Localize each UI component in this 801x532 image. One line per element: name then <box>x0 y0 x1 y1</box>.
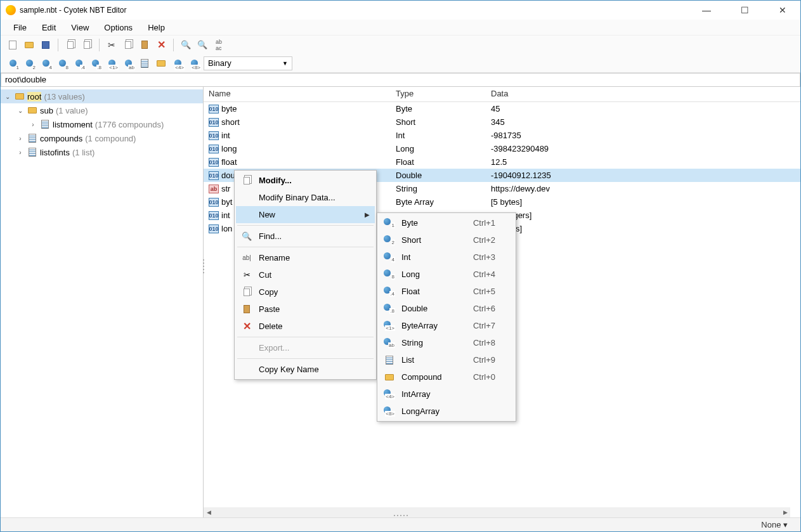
ctx-rename[interactable]: ab| Rename <box>236 249 375 266</box>
list-icon <box>40 120 50 129</box>
scroll-track[interactable] <box>214 507 780 517</box>
collapse-icon[interactable]: ⌄ <box>16 107 25 114</box>
type-string-button[interactable]: ab <box>121 56 135 70</box>
collapse-icon[interactable]: ⌄ <box>3 93 12 100</box>
submenu-item-short[interactable]: 2ShortCtrl+2 <box>379 231 514 249</box>
minimize-button[interactable]: — <box>694 5 719 15</box>
ctx-new[interactable]: New ▶ <box>236 206 375 223</box>
copy-icon <box>84 41 90 49</box>
sphere-icon <box>384 252 391 259</box>
type-int-button[interactable]: 4 <box>39 56 53 70</box>
ctx-copy[interactable]: Copy <box>236 283 375 301</box>
column-data[interactable]: Data <box>486 87 800 101</box>
ctx-modify[interactable]: Modify... <box>236 172 375 189</box>
ctx-find[interactable]: 🔍 Find... <box>236 228 375 245</box>
paste-icon <box>141 41 148 49</box>
cell-name: int <box>221 131 230 140</box>
close-button[interactable]: ✕ <box>770 5 795 15</box>
ctx-copy-key-name[interactable]: Copy Key Name <box>236 361 375 378</box>
menu-file[interactable]: File <box>7 21 33 34</box>
type-bytearray-button[interactable]: <1> <box>105 56 119 70</box>
submenu-item-list[interactable]: ListCtrl+9 <box>379 351 514 368</box>
submenu-item-compound[interactable]: CompoundCtrl+0 <box>379 368 514 386</box>
cut-button[interactable]: ✂ <box>105 38 119 52</box>
submenu-item-bytearray[interactable]: <1>ByteArrayCtrl+7 <box>379 317 514 334</box>
paste-button[interactable] <box>138 38 152 52</box>
tree-row-listofints[interactable]: › listofints (1 list) <box>1 145 203 159</box>
copy-button-2[interactable] <box>80 38 94 52</box>
ctx-cut[interactable]: ✂ Cut <box>236 266 375 283</box>
column-type[interactable]: Type <box>391 87 486 101</box>
submenu-item-intarray[interactable]: <4>IntArray <box>379 386 514 403</box>
separator <box>237 337 374 337</box>
tree-row-listmoment[interactable]: › listmoment (1776 compounds) <box>1 117 203 131</box>
tree-row-root[interactable]: ⌄ root (13 values) <box>1 89 203 103</box>
menu-edit[interactable]: Edit <box>36 21 62 34</box>
expand-icon[interactable]: › <box>29 121 37 128</box>
ctx-export: Export... <box>236 339 375 356</box>
submenu-item-long[interactable]: 8LongCtrl+4 <box>379 266 514 283</box>
submenu-item-float[interactable]: .4FloatCtrl+5 <box>379 283 514 300</box>
copy-icon <box>240 287 254 298</box>
submenu-item-double[interactable]: .8DoubleCtrl+6 <box>379 300 514 317</box>
ctx-modify-binary[interactable]: Modify Binary Data... <box>236 189 375 206</box>
delete-button[interactable]: ✕ <box>154 38 168 52</box>
list-icon <box>27 148 37 157</box>
submenu-item-longarray[interactable]: <8>LongArray <box>379 403 514 420</box>
list-row[interactable]: 010longLong-398423290489 <box>204 142 800 155</box>
column-name[interactable]: Name <box>204 87 391 101</box>
separator <box>173 39 174 51</box>
type-double-button[interactable]: .8 <box>88 56 102 70</box>
type-short-button[interactable]: 2 <box>22 56 36 70</box>
open-file-button[interactable] <box>22 38 36 52</box>
type-float-button[interactable]: .4 <box>72 56 86 70</box>
scroll-left-button[interactable]: ◀ <box>204 507 214 517</box>
maximize-button[interactable]: ☐ <box>732 5 757 15</box>
ctx-delete[interactable]: ✕ Delete <box>236 318 375 335</box>
expand-icon[interactable]: › <box>16 149 25 156</box>
menu-help[interactable]: Help <box>141 21 171 34</box>
format-dropdown[interactable]: Binary ▼ <box>204 56 292 70</box>
type-byte-button[interactable]: 1 <box>6 56 20 70</box>
cell-type: String <box>391 184 486 193</box>
splitter-handle[interactable] <box>202 254 205 279</box>
type-intarray-button[interactable]: <4> <box>171 56 185 70</box>
horizontal-scrollbar[interactable]: ◀ ▶ <box>204 507 790 517</box>
copy-button[interactable] <box>121 38 135 52</box>
scroll-right-button[interactable]: ▶ <box>780 507 790 517</box>
tree-row-sub[interactable]: ⌄ sub (1 value) <box>1 103 203 117</box>
copy-button-1[interactable] <box>63 38 77 52</box>
separator <box>237 247 374 247</box>
save-button[interactable] <box>39 38 53 52</box>
submenu-item-string[interactable]: abStringCtrl+8 <box>379 334 514 351</box>
list-icon <box>27 134 37 143</box>
type-list-button[interactable] <box>138 56 152 70</box>
list-row[interactable]: 010byteByte45 <box>204 102 800 115</box>
type-icon: 010 <box>209 131 219 140</box>
submenu-item-int[interactable]: 4IntCtrl+3 <box>379 249 514 266</box>
cut-icon: ✂ <box>240 269 254 281</box>
menu-view[interactable]: View <box>65 21 95 34</box>
list-row[interactable]: 010intInt-981735 <box>204 129 800 142</box>
sphere-icon <box>384 235 391 242</box>
submenu-item-byte[interactable]: 1ByteCtrl+1 <box>379 214 514 231</box>
tree-row-compounds[interactable]: › compounds (1 compound) <box>1 131 203 145</box>
replace-button[interactable]: abac <box>212 38 226 52</box>
menu-options[interactable]: Options <box>98 21 139 34</box>
type-longarray-button[interactable]: <8> <box>187 56 201 70</box>
tree-count: (1 value) <box>56 106 88 115</box>
list-row[interactable]: 010shortShort345 <box>204 115 800 129</box>
expand-icon[interactable]: › <box>16 135 25 142</box>
find-next-button[interactable]: 🔍 <box>195 38 209 52</box>
replace-icon: abac <box>216 39 222 51</box>
path-bar[interactable]: root\double <box>1 73 800 87</box>
status-text[interactable]: None ▾ <box>761 520 788 529</box>
cell-data: -19040912.1235 <box>486 171 800 180</box>
type-long-button[interactable]: 8 <box>55 56 69 70</box>
cell-name: short <box>221 117 240 127</box>
list-row[interactable]: 010floatFloat12.5 <box>204 155 800 169</box>
type-compound-button[interactable] <box>154 56 168 70</box>
ctx-paste[interactable]: Paste <box>236 301 375 318</box>
new-file-button[interactable] <box>6 38 20 52</box>
find-button[interactable]: 🔍 <box>179 38 193 52</box>
